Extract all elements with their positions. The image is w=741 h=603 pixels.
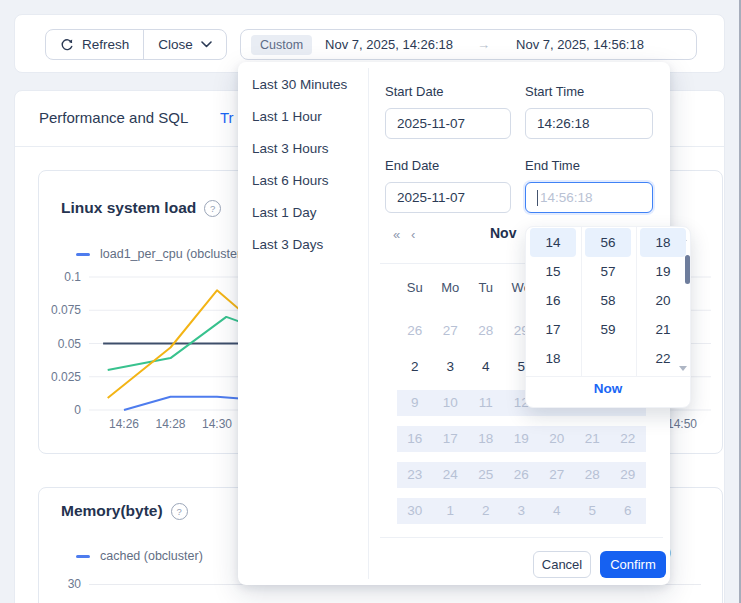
minute-option[interactable]: 56	[585, 228, 631, 257]
calendar-day[interactable]: 24	[433, 462, 469, 488]
hour-option[interactable]: 16	[530, 286, 576, 315]
text-caret	[537, 190, 538, 206]
prev-year-button[interactable]: «	[393, 227, 400, 242]
calendar-day[interactable]: 2	[397, 354, 433, 380]
memory-chart-title: Memory(byte)	[61, 502, 163, 520]
calendar-day[interactable]: 27	[433, 318, 469, 344]
end-date-input[interactable]: 2025-11-07	[385, 182, 511, 213]
calendar-day[interactable]: 23	[397, 462, 433, 488]
cancel-button[interactable]: Cancel	[533, 551, 591, 578]
calendar-weekday: Su	[397, 280, 433, 295]
calendar-day[interactable]: 4	[468, 354, 504, 380]
minute-option[interactable]: 59	[585, 315, 631, 344]
calendar-day[interactable]: 19	[504, 426, 540, 452]
quick-range-item[interactable]: Last 3 Days	[252, 233, 323, 257]
x-axis-tick: 14:26	[109, 417, 139, 431]
quick-range-item[interactable]: Last 1 Day	[252, 201, 317, 225]
calendar-day[interactable]: 21	[575, 426, 611, 452]
calendar-day[interactable]: 9	[397, 390, 433, 416]
second-option[interactable]: 21	[640, 315, 686, 344]
tab-performance-and-sql[interactable]: Performance and SQL	[39, 109, 188, 126]
minute-option[interactable]: 57	[585, 257, 631, 286]
hour-option[interactable]: 15	[530, 257, 576, 286]
end-date-label: End Date	[385, 158, 439, 173]
second-option[interactable]: 19	[640, 257, 686, 286]
calendar-day[interactable]: 16	[397, 426, 433, 452]
range-start-value: Nov 7, 2025, 14:26:18	[325, 37, 453, 52]
linux-legend-label: load1_per_cpu (obcluster)	[100, 247, 245, 261]
calendar-day[interactable]: 17	[433, 426, 469, 452]
close-dropdown-button[interactable]: Close	[144, 30, 226, 59]
help-icon[interactable]: ?	[204, 200, 221, 217]
calendar-day[interactable]: 29	[610, 462, 646, 488]
calendar-day[interactable]: 30	[397, 498, 433, 524]
calendar-day[interactable]: 6	[610, 498, 646, 524]
x-axis-tick: 14:50	[667, 417, 697, 431]
y-axis-tick: 0.05	[43, 337, 81, 351]
quick-range-item[interactable]: Last 6 Hours	[252, 169, 329, 193]
calendar-day[interactable]: 5	[575, 498, 611, 524]
refresh-button[interactable]: Refresh	[46, 30, 143, 59]
calendar-day[interactable]: 18	[468, 426, 504, 452]
now-link[interactable]: Now	[526, 381, 690, 396]
calendar-day[interactable]: 22	[610, 426, 646, 452]
second-option[interactable]: 20	[640, 286, 686, 315]
calendar-day[interactable]: 11	[468, 390, 504, 416]
dropdown-divider	[368, 68, 369, 579]
x-axis-tick: 14:30	[202, 417, 232, 431]
confirm-button[interactable]: Confirm	[600, 551, 666, 578]
prev-month-button[interactable]: ‹	[411, 227, 415, 242]
memory-legend-label: cached (obcluster)	[100, 549, 203, 563]
calendar-month-label[interactable]: Nov	[490, 225, 516, 241]
refresh-icon	[60, 38, 74, 52]
calendar-day[interactable]: 28	[575, 462, 611, 488]
y-axis-tick: 0.1	[43, 270, 81, 284]
calendar-day[interactable]: 26	[504, 462, 540, 488]
hour-option[interactable]: 14	[530, 228, 576, 257]
calendar-day[interactable]: 1	[433, 498, 469, 524]
calendar-day[interactable]: 25	[468, 462, 504, 488]
quick-range-item[interactable]: Last 1 Hour	[252, 105, 322, 129]
second-option[interactable]: 22	[640, 344, 686, 373]
end-time-input[interactable]: 14:56:18	[525, 182, 653, 213]
time-range-picker[interactable]: Custom Nov 7, 2025, 14:26:18 → Nov 7, 20…	[240, 29, 697, 60]
calendar-day[interactable]: 26	[397, 318, 433, 344]
quick-range-item[interactable]: Last 3 Hours	[252, 137, 329, 161]
hour-option[interactable]: 18	[530, 344, 576, 373]
calendar-day[interactable]: 4	[539, 498, 575, 524]
refresh-label: Refresh	[82, 37, 129, 52]
time-column-divider	[581, 227, 582, 376]
calendar-day[interactable]: 27	[539, 462, 575, 488]
start-date-value: 2025-11-07	[397, 116, 465, 131]
close-label: Close	[158, 37, 193, 52]
footer-divider	[380, 537, 663, 538]
calendar-day[interactable]: 2	[468, 498, 504, 524]
legend-dash-icon	[76, 555, 90, 558]
end-time-placeholder: 14:56:18	[540, 190, 593, 205]
toolbar-button-group: Refresh Close	[45, 29, 227, 60]
y-axis-tick: 0.025	[43, 370, 81, 384]
calendar-weekday: Mo	[433, 280, 469, 295]
quick-range-item[interactable]: Last 30 Minutes	[252, 73, 347, 97]
tab-truncated[interactable]: Tr	[220, 109, 234, 126]
help-icon[interactable]: ?	[171, 503, 188, 520]
start-time-label: Start Time	[525, 84, 584, 99]
time-column-divider	[636, 227, 637, 376]
calendar-week-row: 23242526272829	[397, 462, 646, 488]
start-date-input[interactable]: 2025-11-07	[385, 108, 511, 139]
start-time-value: 14:26:18	[537, 116, 590, 131]
linux-chart-title: Linux system load	[61, 199, 196, 217]
hour-option[interactable]: 17	[530, 315, 576, 344]
second-option[interactable]: 18	[640, 228, 686, 257]
calendar-week-row: 30123456	[397, 498, 646, 524]
start-time-input[interactable]: 14:26:18	[525, 108, 653, 139]
calendar-day[interactable]: 10	[433, 390, 469, 416]
calendar-day[interactable]: 20	[539, 426, 575, 452]
start-date-label: Start Date	[385, 84, 444, 99]
minute-option[interactable]: 58	[585, 286, 631, 315]
calendar-day[interactable]: 3	[504, 498, 540, 524]
range-arrow-icon: →	[477, 37, 490, 52]
calendar-day[interactable]: 3	[433, 354, 469, 380]
time-select-popup: Now 1415161718565758591819202122	[525, 226, 691, 408]
calendar-day[interactable]: 28	[468, 318, 504, 344]
